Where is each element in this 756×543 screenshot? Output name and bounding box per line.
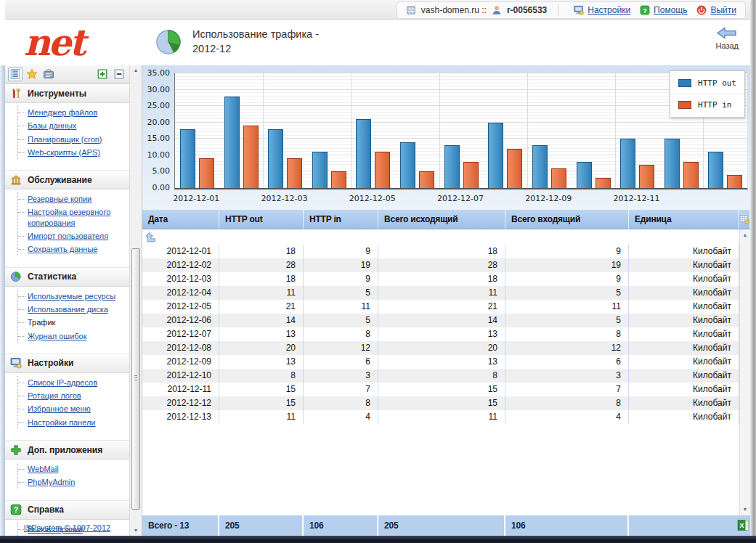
table-cell: Килобайт: [629, 286, 739, 300]
sidebar-item[interactable]: Web-скрипты (APS): [18, 146, 129, 159]
sidebar-item[interactable]: WebMail: [18, 462, 129, 475]
sidebar-item-link[interactable]: Сохранить данные: [28, 245, 97, 253]
table-scrollbar[interactable]: ▲ ▼: [739, 229, 750, 515]
sidebar-section-5[interactable]: ?Справка: [5, 500, 129, 520]
scroll-up-icon[interactable]: ▲: [740, 232, 750, 237]
sidebar-item[interactable]: Использование диска: [18, 303, 129, 316]
sidebar-item-link[interactable]: Избранное меню: [28, 404, 91, 413]
sidebar-item[interactable]: Сохранить данные: [18, 242, 129, 256]
table-row[interactable]: 2012-12-0521112111Килобайт: [142, 300, 739, 314]
table-header-cell[interactable]: Единица: [629, 210, 739, 229]
collapse-all-icon: [114, 69, 124, 79]
table-cell: 28: [378, 258, 505, 272]
table-row[interactable]: 2012-12-04115115Килобайт: [142, 286, 739, 300]
sidebar-section-4[interactable]: Доп. приложения: [5, 440, 129, 460]
sidebar-item-link[interactable]: WebMail: [28, 465, 59, 473]
scroll-down-icon[interactable]: ▼: [130, 528, 142, 533]
sidebar-item-link[interactable]: Настройка резервного копирования: [28, 208, 110, 226]
table-row[interactable]: 2012-12-03189189Килобайт: [142, 272, 739, 286]
table-row[interactable]: 2012-12-06145145Килобайт: [142, 314, 739, 327]
sidebar-item[interactable]: Ротация логов: [18, 389, 129, 402]
sidebar-item-link[interactable]: Резервные копии: [28, 195, 92, 203]
excel-export-icon[interactable]: X: [737, 519, 749, 531]
collapse-all-button[interactable]: [112, 68, 126, 81]
sidebar-item-link[interactable]: PhpMyAdmin: [28, 478, 75, 486]
table-row[interactable]: 2012-12-09136136Килобайт: [142, 355, 739, 369]
table-cell: 18: [219, 272, 304, 286]
table-cell: 20: [219, 341, 304, 355]
table-cell: 5: [304, 314, 378, 327]
sidebar-section-1[interactable]: Обслуживание: [5, 170, 129, 189]
briefcase-icon: [43, 68, 54, 80]
sidebar-scrollbar[interactable]: ▲ ▼: [129, 65, 142, 536]
table-row[interactable]: 2012-12-07138138Килобайт: [142, 327, 739, 341]
table-row[interactable]: 2012-12-0820122012Килобайт: [142, 341, 739, 355]
table-footer-cell: 106: [505, 515, 629, 536]
table-header-cell[interactable]: Всего исходящий: [378, 210, 505, 229]
sidebar-item-link[interactable]: Ротация логов: [28, 391, 81, 400]
sidebar-item-link[interactable]: Планировщик (cron): [28, 135, 102, 144]
bar-http-out: [577, 162, 592, 188]
sidebar-item[interactable]: Планировщик (cron): [18, 133, 129, 146]
table-cell: 2012-12-07: [142, 327, 219, 341]
sidebar-item[interactable]: Настройка резервного копирования: [18, 205, 129, 229]
x-tick-label: 2012-12-11: [603, 194, 669, 203]
sidebar-item[interactable]: Импорт пользователя: [18, 229, 129, 242]
ispsystem-link[interactable]: ISPsystem © 1997-2012: [24, 523, 110, 532]
sidebar-item[interactable]: Список IP-адресов: [18, 376, 129, 389]
sidebar-item[interactable]: Используемые ресурсы: [18, 290, 129, 303]
table-settings-button[interactable]: [739, 210, 750, 229]
sidebar-item-link[interactable]: Список IP-адресов: [28, 378, 97, 387]
table-row[interactable]: 2012-12-11157157Килобайт: [142, 383, 739, 396]
table-row[interactable]: 2012-12-12158158Килобайт: [142, 396, 739, 410]
sidebar-item-link[interactable]: Настройки панели: [28, 418, 95, 427]
sidebar-item[interactable]: PhpMyAdmin: [18, 475, 129, 489]
sidebar-item[interactable]: Базы данных: [18, 119, 129, 132]
gridline: [175, 89, 747, 90]
back-button[interactable]: Назад: [715, 26, 739, 50]
table-cell: 6: [505, 355, 629, 369]
help-link[interactable]: ? Помощь: [640, 5, 687, 15]
table-header-cell[interactable]: HTTP in: [304, 210, 378, 229]
table-row[interactable]: 2012-12-108383Килобайт: [142, 369, 739, 383]
bar-http-in: [331, 171, 346, 188]
sidebar-item[interactable]: Настройки панели: [18, 416, 129, 429]
sidebar-section-3[interactable]: Настройки: [5, 354, 129, 373]
sidebar-item-link[interactable]: Журнал ошибок: [28, 332, 87, 340]
sidebar-section-2[interactable]: Статистика: [5, 267, 129, 287]
table-row[interactable]: 2012-12-13114114Килобайт: [142, 410, 739, 424]
sidebar-item[interactable]: Менеджер файлов: [18, 106, 129, 119]
briefcase-button[interactable]: [41, 68, 56, 81]
sidebar-section-0[interactable]: Инструменты: [5, 83, 129, 103]
table-cell: 7: [304, 383, 378, 396]
sidebar-item-link[interactable]: Менеджер файлов: [28, 108, 97, 117]
menu-list-button[interactable]: [8, 68, 23, 81]
table-cell: 15: [219, 383, 304, 396]
sidebar-item[interactable]: Резервные копии: [18, 192, 129, 205]
table-header-cell[interactable]: Всего входящий: [505, 210, 629, 229]
table-header-cell[interactable]: Дата: [142, 210, 219, 229]
scroll-up-icon[interactable]: ▲: [130, 68, 142, 73]
table-row[interactable]: 2012-12-0228192819Килобайт: [142, 258, 739, 272]
table-row[interactable]: 2012-12-01189189Килобайт: [142, 245, 739, 258]
maintenance-icon: [10, 174, 22, 186]
expand-all-button[interactable]: [95, 68, 110, 81]
logout-link[interactable]: Выйти: [696, 5, 736, 15]
favorites-button[interactable]: [25, 68, 39, 81]
sidebar-item-link[interactable]: Базы данных: [28, 121, 76, 130]
sidebar-item[interactable]: Журнал ошибок: [18, 330, 129, 343]
scrollbar-thumb[interactable]: [131, 248, 140, 510]
gridline: [263, 73, 264, 188]
scroll-down-icon[interactable]: ▼: [740, 507, 750, 512]
sidebar-item-link[interactable]: Импорт пользователя: [28, 232, 108, 240]
settings-link[interactable]: Настройки: [574, 5, 630, 15]
sidebar-item[interactable]: Избранное меню: [18, 402, 129, 415]
sidebar-item[interactable]: Трафик: [18, 316, 129, 329]
table-cell: 2012-12-11: [142, 383, 219, 396]
x-tick-label: 2012-12-09: [516, 194, 581, 203]
sidebar-item-link[interactable]: Используемые ресурсы: [28, 292, 115, 301]
sidebar-item-link[interactable]: Использование диска: [28, 305, 108, 314]
up-level-icon[interactable]: [145, 232, 158, 243]
table-header-cell[interactable]: HTTP out: [219, 210, 304, 229]
sidebar-item-link[interactable]: Web-скрипты (APS): [28, 148, 100, 157]
